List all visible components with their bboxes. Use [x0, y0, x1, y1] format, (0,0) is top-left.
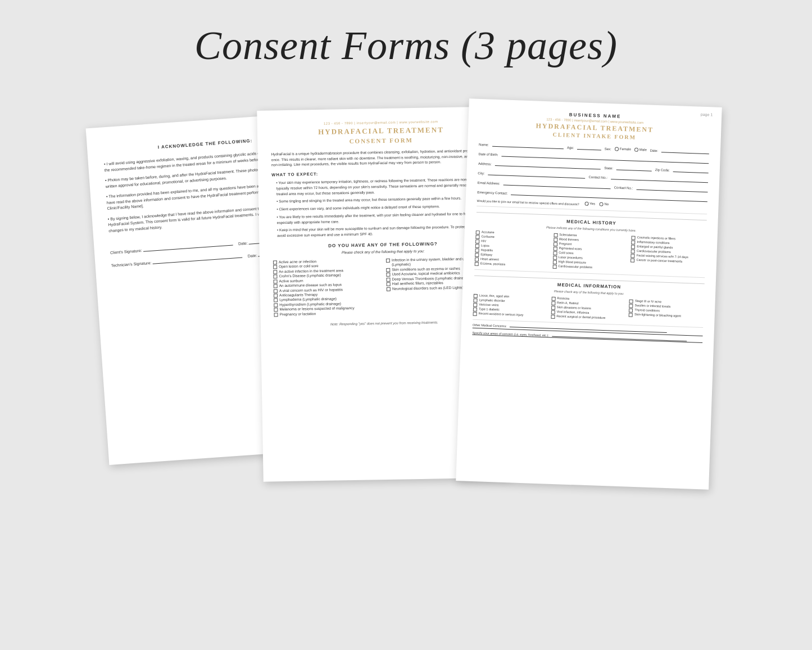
emergency-label: Emergency Contact:: [477, 191, 508, 195]
name-label: Name:: [479, 143, 489, 147]
male-radio: Male: [634, 147, 646, 152]
expect-bullet-5: • Keep in mind that your skin will be mo…: [272, 224, 492, 238]
do-you-have-sub: Please check any of the following that a…: [273, 247, 493, 255]
page2-what-to-expect: WHAT TO EXPECT:: [271, 169, 492, 178]
page2-header: 123 - 456 - 7890 | insertyour@email.com …: [270, 119, 491, 146]
checklist-left: Active acne or infection Open lesion or …: [273, 258, 381, 317]
page-1-document: page 1 BUSINESS NAME 123 - 456 - 7890 | …: [456, 98, 722, 489]
dob-label: Date of Birth:: [478, 152, 498, 156]
city-label: City:: [478, 171, 484, 175]
page2-intro: HydraFacial is a unique hydradermabrasio…: [271, 148, 491, 168]
med-info-col3: Stage III or IV acne Swollen or infected…: [628, 299, 704, 324]
female-radio: Female: [614, 147, 630, 151]
med-info-col1: Loose, thin, aged skin Lymphatic disorde…: [473, 293, 548, 318]
date-label: Date:: [650, 148, 658, 152]
med-info-col2: Rosacea Retin-A, Retinol Skin abrasions …: [551, 296, 626, 321]
medical-history-checklist: Accutane Cortisone HIV Lupus Hepatitis E…: [474, 230, 706, 274]
expect-bullet-4: • You are likely to see results immediat…: [272, 210, 492, 225]
med-hist-col3: Cosmetic injections or fillers Inflammat…: [630, 235, 706, 274]
page2-checklist: Active acne or infection Open lesion or …: [273, 256, 494, 317]
yes-radio: Yes: [584, 201, 595, 206]
age-label: Age:: [566, 146, 574, 149]
med-hist-col1: Accutane Cortisone HIV Lupus Hepatitis E…: [474, 230, 550, 269]
contact-label: Contact No.:: [588, 175, 607, 179]
address-label: Address:: [478, 162, 491, 166]
state-label: State:: [604, 166, 613, 170]
zip-label: Zip Code:: [655, 168, 669, 172]
documents-container: page 3 I ACKNOWLEDGE THE FOLLOWING: • I …: [97, 97, 715, 519]
no-radio: No: [599, 202, 609, 206]
contact2-label: Contact No.:: [614, 186, 633, 189]
medical-info-checklist: Loose, thin, aged skin Lymphatic disorde…: [473, 293, 704, 323]
sex-label: Sex:: [604, 147, 611, 150]
med-hist-col2: Scleroderma Blood thinners Pregnant Pigm…: [552, 232, 628, 271]
page1-number: page 1: [700, 112, 713, 117]
page-title: Consent Forms (3 pages): [194, 22, 618, 69]
expect-bullet-1: • Your skin may experience temporary irr…: [271, 177, 492, 197]
email-label: Email Address:: [477, 181, 500, 185]
